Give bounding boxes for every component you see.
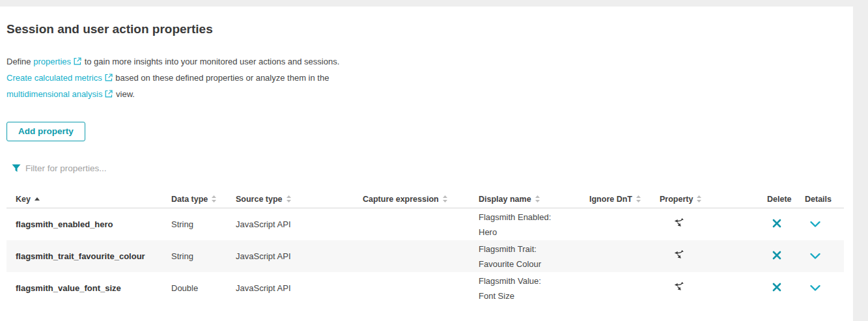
delete-cell xyxy=(767,219,805,230)
data-type-cell: Double xyxy=(171,283,236,293)
key-cell: flagsmith_value_font_size xyxy=(16,283,171,293)
properties-table: Key Data type Source type Capture expres… xyxy=(7,190,844,304)
x-icon xyxy=(772,283,781,292)
x-icon xyxy=(772,251,781,260)
sort-both-icon xyxy=(697,195,701,202)
delete-cell xyxy=(767,251,805,262)
property-type-cell xyxy=(660,218,767,230)
chevron-down-icon xyxy=(810,253,820,259)
sort-both-icon xyxy=(535,195,540,202)
add-property-button[interactable]: Add property xyxy=(7,122,85,141)
sort-both-icon xyxy=(212,195,216,202)
column-header-ignore-dnt[interactable]: Ignore DnT xyxy=(589,195,660,204)
display-name-cell: Flagsmith Enabled:Hero xyxy=(479,210,589,240)
intro-text: Define properties to gain more insights … xyxy=(7,53,853,102)
delete-button[interactable] xyxy=(772,251,781,260)
details-cell xyxy=(805,283,844,293)
property-type-cell xyxy=(660,250,767,262)
sort-both-icon xyxy=(636,195,641,202)
details-expand-button[interactable] xyxy=(810,285,820,291)
external-link-icon xyxy=(105,90,113,98)
table-header-row: Key Data type Source type Capture expres… xyxy=(7,190,844,208)
external-link-icon xyxy=(74,57,81,65)
table-row: flagsmith_trait_favourite_colour String … xyxy=(7,240,844,272)
filter-bar xyxy=(12,161,853,174)
sort-asc-icon xyxy=(35,197,40,201)
source-type-cell: JavaScript API xyxy=(236,251,363,261)
column-header-source-type[interactable]: Source type xyxy=(236,195,363,204)
sort-both-icon xyxy=(443,195,447,202)
table-row: flagsmith_enabled_hero String JavaScript… xyxy=(7,208,844,240)
intro-line-1: Define properties to gain more insights … xyxy=(7,53,853,70)
page-title: Session and user action properties xyxy=(7,22,853,36)
column-header-display-name[interactable]: Display name xyxy=(479,195,589,204)
column-header-delete: Delete xyxy=(767,195,805,204)
intro-line-3: multidimensional analysis view. xyxy=(7,86,853,102)
key-cell: flagsmith_trait_favourite_colour xyxy=(16,251,171,261)
chevron-down-icon xyxy=(810,221,820,227)
content-panel: Session and user action properties Defin… xyxy=(0,7,853,321)
multidimensional-analysis-link[interactable]: multidimensional analysis xyxy=(7,89,113,99)
intro-line-2: Create calculated metrics based on these… xyxy=(7,70,853,86)
properties-link[interactable]: properties xyxy=(33,57,82,66)
key-cell: flagsmith_enabled_hero xyxy=(16,219,171,229)
details-cell xyxy=(805,251,844,261)
display-name-cell: Flagsmith Value:Font Size xyxy=(479,273,589,303)
delete-button[interactable] xyxy=(772,283,781,292)
delete-cell xyxy=(767,283,805,294)
details-expand-button[interactable] xyxy=(810,221,820,227)
user-action-icon xyxy=(673,282,684,292)
x-icon xyxy=(772,219,781,228)
column-header-key[interactable]: Key xyxy=(16,195,171,204)
filter-input[interactable] xyxy=(25,163,221,173)
column-header-data-type[interactable]: Data type xyxy=(171,195,236,204)
intro-line2-post: based on these defined properties or ana… xyxy=(113,73,329,83)
intro-line1-pre: Define xyxy=(7,57,33,66)
delete-button[interactable] xyxy=(772,219,781,228)
data-type-cell: String xyxy=(171,251,236,261)
source-type-cell: JavaScript API xyxy=(236,283,363,293)
create-calculated-metrics-link[interactable]: Create calculated metrics xyxy=(7,73,113,83)
external-link-icon xyxy=(105,74,113,81)
data-type-cell: String xyxy=(171,219,236,229)
filter-funnel-icon xyxy=(12,164,21,173)
property-type-cell xyxy=(660,282,767,294)
column-header-property[interactable]: Property xyxy=(660,195,767,204)
table-row: flagsmith_value_font_size Double JavaScr… xyxy=(7,272,844,304)
column-header-details: Details xyxy=(805,195,844,204)
intro-line1-post: to gain more insights into your monitore… xyxy=(82,57,339,66)
details-cell xyxy=(805,219,844,229)
source-type-cell: JavaScript API xyxy=(236,219,363,229)
sort-both-icon xyxy=(287,195,291,202)
user-action-icon xyxy=(673,218,684,229)
display-name-cell: Flagsmith Trait:Favourite Colour xyxy=(479,242,589,272)
chevron-down-icon xyxy=(810,285,820,291)
details-expand-button[interactable] xyxy=(810,253,820,259)
column-header-capture-expression[interactable]: Capture expression xyxy=(363,195,479,204)
intro-line3-post: view. xyxy=(113,89,135,99)
user-action-icon xyxy=(673,250,684,260)
